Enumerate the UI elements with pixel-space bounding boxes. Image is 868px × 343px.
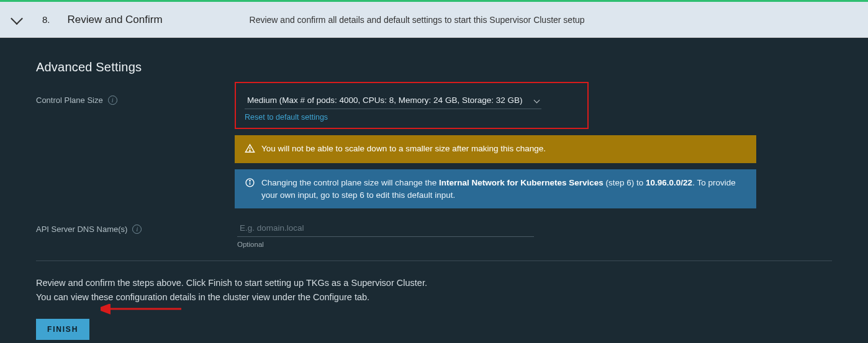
api-server-dns-input[interactable] bbox=[237, 220, 534, 237]
finish-button[interactable]: FINISH bbox=[36, 319, 89, 340]
step-header[interactable]: 8. Review and Confirm Review and confirm… bbox=[0, 2, 868, 38]
svg-point-1 bbox=[250, 150, 250, 151]
highlight-box: Medium (Max # of pods: 4000, CPUs: 8, Me… bbox=[235, 82, 589, 129]
step-number: 8. bbox=[42, 14, 50, 25]
chevron-down-icon bbox=[11, 12, 23, 25]
svg-point-4 bbox=[250, 180, 250, 181]
step-title: Review and Confirm bbox=[68, 14, 163, 26]
control-plane-size-dropdown[interactable]: Medium (Max # of pods: 4000, CPUs: 8, Me… bbox=[245, 92, 541, 109]
control-plane-label: Control Plane Size bbox=[36, 96, 103, 105]
control-plane-row: Control Plane Size i Medium (Max # of po… bbox=[36, 91, 832, 208]
warning-text: You will not be able to scale down to a … bbox=[261, 143, 546, 155]
info-text: Changing the control plane size will cha… bbox=[261, 177, 746, 201]
section-title: Advanced Settings bbox=[36, 60, 832, 74]
info-icon[interactable]: i bbox=[132, 225, 142, 234]
dns-row: API Server DNS Name(s) i Optional bbox=[36, 220, 832, 248]
reset-default-link[interactable]: Reset to default settings bbox=[245, 113, 579, 122]
info-icon bbox=[245, 177, 255, 190]
footer-text: Review and confirm the steps above. Clic… bbox=[36, 276, 832, 304]
divider bbox=[36, 261, 832, 261]
dropdown-value: Medium (Max # of pods: 4000, CPUs: 8, Me… bbox=[247, 96, 522, 105]
warning-icon bbox=[245, 143, 255, 156]
dns-hint: Optional bbox=[237, 241, 534, 248]
info-icon[interactable]: i bbox=[108, 96, 117, 105]
dns-label: API Server DNS Name(s) bbox=[36, 225, 127, 234]
warning-banner: You will not be able to scale down to a … bbox=[235, 135, 756, 163]
info-banner: Changing the control plane size will cha… bbox=[235, 169, 756, 208]
step-desc: Review and confirm all details and defau… bbox=[250, 15, 585, 25]
chevron-down-icon bbox=[534, 97, 540, 104]
